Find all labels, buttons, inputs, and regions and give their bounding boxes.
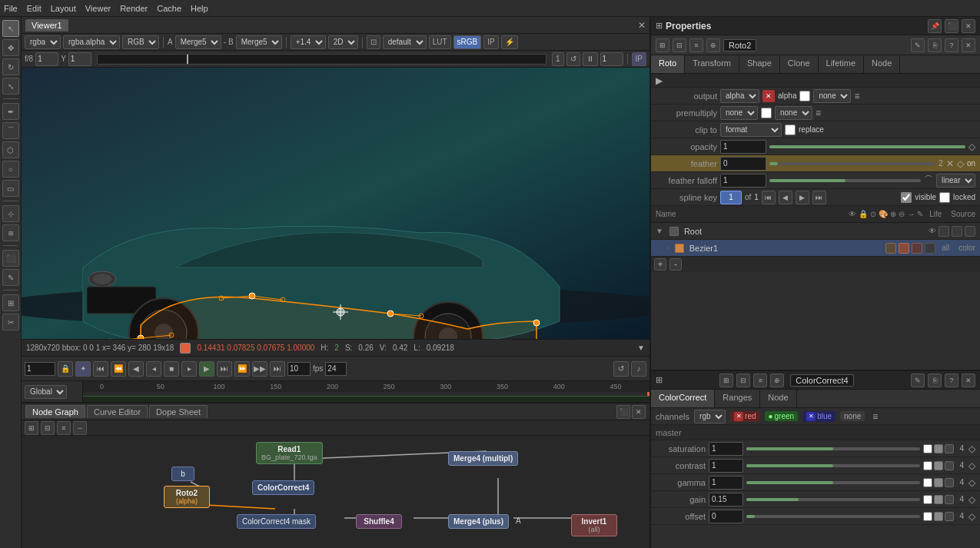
feather-anim-icon[interactable]: ◇ <box>957 158 964 169</box>
offset-input[interactable] <box>709 510 743 523</box>
pen-tool-button[interactable]: ✒ <box>2 103 19 120</box>
bezier1-box4[interactable] <box>925 243 935 254</box>
cc-channels-equals-icon[interactable]: ≡ <box>872 411 878 422</box>
merge5-a-dropdown[interactable]: Merge5 <box>175 35 221 49</box>
rotate-tool-button[interactable]: ↻ <box>2 58 19 75</box>
nodegraph-tool-4[interactable]: ↔ <box>73 421 87 435</box>
prev-frame-button[interactable]: ⏩ <box>234 361 250 377</box>
roto-tab-node[interactable]: Node <box>864 55 900 73</box>
step-back-button[interactable]: ◀ <box>128 361 144 377</box>
opacity-input[interactable] <box>720 140 766 154</box>
cc-copy-icon[interactable]: ⎘ <box>928 374 942 387</box>
slice-tool-button[interactable]: ✂ <box>2 314 19 330</box>
saturation-input[interactable] <box>709 442 743 456</box>
feather-falloff-dropdown[interactable]: linear <box>936 174 975 188</box>
menu-cache[interactable]: Cache <box>157 4 181 13</box>
y-input[interactable] <box>68 52 91 66</box>
bezier1-box2[interactable] <box>899 243 909 254</box>
menu-layout[interactable]: Layout <box>51 4 76 13</box>
merge4-plus-node[interactable]: Merge4 (plus) <box>448 514 509 529</box>
menu-viewer[interactable]: Viewer <box>85 4 111 13</box>
audio-button[interactable]: ♪ <box>631 361 646 377</box>
status-arrow[interactable]: ▼ <box>637 344 645 352</box>
saturation-anim-icon[interactable]: ◇ <box>968 443 975 454</box>
root-layer-row[interactable]: ▼ Root 👁 <box>651 223 980 240</box>
node-copy-icon[interactable]: ⎘ <box>928 38 942 52</box>
curve-editor-tab[interactable]: Curve Editor <box>87 405 148 418</box>
ch-none-pill[interactable]: none <box>840 411 865 421</box>
output-checkbox[interactable] <box>799 91 810 101</box>
rgba-alpha-dropdown[interactable]: rgba.alpha <box>63 35 120 49</box>
clip-to-dropdown[interactable]: format <box>720 123 782 137</box>
feather-falloff-input[interactable] <box>720 174 766 188</box>
node-graph-tab[interactable]: Node Graph <box>25 405 85 418</box>
cc-close-icon[interactable]: ✕ <box>962 374 975 387</box>
move-tool-button[interactable]: ✥ <box>2 39 19 56</box>
color-picker-button[interactable]: ⬛ <box>2 250 19 267</box>
cc4-node[interactable]: ColorCorrect4 <box>252 480 314 495</box>
contrast-input[interactable] <box>709 459 743 473</box>
dope-sheet-tab[interactable]: Dope Sheet <box>149 405 208 418</box>
refresh-button[interactable]: ↺ <box>566 52 580 66</box>
cc-help-icon[interactable]: ? <box>945 374 958 387</box>
cc-tab-main[interactable]: ColorCorrect <box>651 390 715 407</box>
node-help-icon[interactable]: ? <box>945 38 958 52</box>
current-frame-input[interactable] <box>25 362 55 376</box>
ch-blue-x[interactable]: ✕ <box>806 412 816 421</box>
premultiply-checkbox[interactable] <box>761 108 772 118</box>
step-back2-button[interactable]: ◂ <box>146 361 161 377</box>
stop-button[interactable]: ■ <box>164 361 179 377</box>
nodegraph-tool-3[interactable]: ≡ <box>57 421 71 435</box>
roto-tab-roto[interactable]: Roto <box>651 55 685 73</box>
transform-tool-button[interactable]: ⊹ <box>2 205 19 222</box>
frame-count-input[interactable] <box>600 52 623 66</box>
grid-tool-button[interactable]: ⊞ <box>2 294 19 311</box>
premultiply-dropdown[interactable]: none <box>720 106 758 120</box>
select-tool-button[interactable]: ↖ <box>2 20 19 37</box>
channels-dropdown[interactable]: rgb <box>694 410 726 423</box>
bezier1-layer-row[interactable]: · Bezier1 all color <box>651 240 980 257</box>
fps-input[interactable] <box>325 362 347 376</box>
feather-input[interactable] <box>720 157 766 171</box>
nodegraph-tool-1[interactable]: ⊞ <box>25 421 38 435</box>
bottom-panel-close-icon[interactable]: ✕ <box>632 405 646 419</box>
output-none-dropdown[interactable]: none <box>813 89 851 103</box>
timeline-ruler[interactable]: 0 50 100 150 200 250 300 350 400 450 <box>83 381 649 402</box>
end-button[interactable]: ⏭ <box>270 361 285 377</box>
cc-edit-icon[interactable]: ✎ <box>911 374 925 387</box>
layer-add-button[interactable]: + <box>654 258 666 271</box>
properties-expand-icon[interactable]: ⬛ <box>945 19 958 33</box>
ch-red-x[interactable]: ✕ <box>734 412 743 421</box>
cc-tab-ranges[interactable]: Ranges <box>715 390 760 407</box>
scale-tool-button[interactable]: ⤡ <box>2 78 19 95</box>
node-close-icon[interactable]: ✕ <box>962 38 975 52</box>
ch-blue-pill[interactable]: ✕ blue <box>802 411 835 422</box>
color-profile-dropdown[interactable]: default <box>383 35 427 49</box>
contrast-slider[interactable] <box>746 464 920 467</box>
root-collapse-icon[interactable]: ▼ <box>656 227 663 235</box>
merge4-node[interactable]: Merge4 (multipl) <box>448 451 518 466</box>
roto2-node[interactable]: Roto2 (alpha) <box>164 486 210 508</box>
menu-render[interactable]: Render <box>120 4 148 13</box>
loop-button[interactable]: ↺ <box>613 361 629 377</box>
node-graph-canvas[interactable]: Read1 BG_plate_720.tga b Roto2 (alpha) C… <box>22 436 649 548</box>
roi-button[interactable]: IP <box>632 52 646 66</box>
playback-frame-input[interactable] <box>287 362 311 376</box>
cc-icon-1[interactable]: ⊞ <box>719 374 733 387</box>
global-dropdown[interactable]: Global <box>25 385 67 399</box>
premultiply-none-dropdown[interactable]: none <box>775 106 812 120</box>
bezier1-box1[interactable] <box>885 243 896 254</box>
saturation-slider[interactable] <box>746 447 920 450</box>
cc4-mask-node[interactable]: ColorCorrect4 mask <box>237 514 316 529</box>
merge5-b-dropdown[interactable]: Merge5 <box>236 35 282 49</box>
warp-tool-button[interactable]: ≋ <box>2 224 19 241</box>
gain-anim-icon[interactable]: ◇ <box>968 494 975 505</box>
lut-button[interactable]: LUT <box>429 35 451 49</box>
bezier-tool-button[interactable]: ⌒ <box>2 122 19 139</box>
output-x-button[interactable]: ✕ <box>762 90 775 102</box>
view-2d-dropdown[interactable]: 2D <box>328 35 358 49</box>
skip-start-button[interactable]: ⏮ <box>93 361 108 377</box>
menu-help[interactable]: Help <box>191 4 208 13</box>
prev-keyframe-button[interactable]: ⏪ <box>111 361 126 377</box>
root-eye-icon[interactable]: 👁 <box>929 227 936 235</box>
